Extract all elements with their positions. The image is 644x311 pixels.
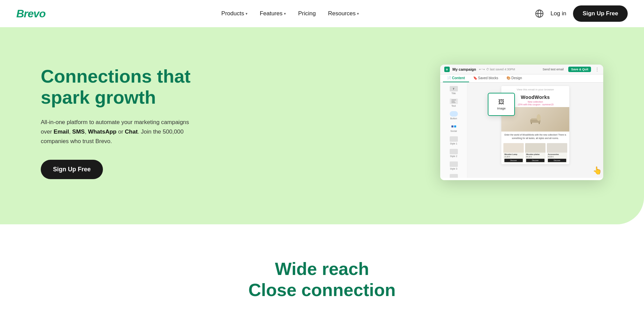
- sidebar-item-style3[interactable]: Style 3: [442, 160, 466, 171]
- section2-heading: Wide reach Close connection: [16, 258, 628, 301]
- overlay-label: Image: [497, 107, 505, 110]
- hero-left: Connections that spark growth All-in-one…: [41, 66, 217, 179]
- mock-brevo-logo: B: [444, 67, 450, 72]
- nav-label-pricing: Pricing: [298, 10, 316, 17]
- hero-right: B My campaign ↩ ↪ ⏱ last saved 4:30PM Se…: [217, 65, 603, 180]
- mock-email-products: Wooden Lamp 21,90 € Discover Wooden plat…: [501, 142, 569, 164]
- image-icon: 🖼: [498, 99, 504, 106]
- chevron-down-icon: ▾: [246, 12, 248, 16]
- nav-label-features: Features: [260, 10, 283, 17]
- nav-right: Log in Sign Up Free: [535, 5, 628, 22]
- mock-tab-design[interactable]: 🎨 Design: [502, 74, 526, 82]
- mock-save-quit[interactable]: Save & Quit: [568, 67, 591, 72]
- nav-item-products[interactable]: Products ▾: [221, 10, 248, 17]
- svg-rect-5: [451, 102, 455, 103]
- brand-logo[interactable]: Brevo: [16, 7, 46, 20]
- mock-image-overlay[interactable]: 🖼 Image: [488, 93, 515, 116]
- section2: Wide reach Close connection: [0, 224, 644, 311]
- svg-rect-3: [451, 100, 456, 100]
- nav-links: Products ▾ Features ▾ Pricing Resources …: [221, 10, 359, 17]
- hero-heading: Connections that spark growth: [41, 66, 217, 108]
- mock-canvas: 🖼 Image 👆 View this email in your browse…: [467, 83, 603, 178]
- mock-body: T Title Text Button: [440, 83, 603, 178]
- sidebar-item-button[interactable]: Button: [442, 110, 466, 121]
- chevron-down-icon: ▾: [284, 12, 286, 16]
- svg-rect-8: [531, 122, 532, 124]
- sidebar-item-social[interactable]: Social: [442, 122, 466, 134]
- hero-subtext: All-in-one platform to automate your mar…: [41, 118, 197, 146]
- mock-topbar: B My campaign ↩ ↪ ⏱ last saved 4:30PM Se…: [440, 65, 603, 74]
- mock-tab-savedblocks[interactable]: 🔖 Saved blocks: [469, 74, 502, 82]
- signup-button-nav[interactable]: Sign Up Free: [573, 5, 628, 22]
- mock-email-body: Enter the world of WoodWorks with the ne…: [501, 132, 569, 142]
- cursor-icon: 👆: [593, 166, 602, 175]
- svg-rect-4: [451, 101, 455, 102]
- mock-product-2: Wooden platter 84,00 € Discover: [525, 143, 545, 163]
- nav-label-products: Products: [221, 10, 244, 17]
- svg-rect-9: [539, 122, 540, 124]
- sidebar-item-header[interactable]: Header: [442, 173, 466, 178]
- sidebar-item-style1[interactable]: Style 1: [442, 135, 466, 146]
- mock-sidebar: T Title Text Button: [440, 83, 467, 178]
- mock-email-header: View this email in your browser: [501, 86, 569, 93]
- mock-more-icon[interactable]: ⋮: [595, 67, 599, 72]
- mock-tab-content[interactable]: 📄 Content: [443, 74, 469, 82]
- mock-tabs: 📄 Content 🔖 Saved blocks 🎨 Design: [440, 74, 603, 83]
- svg-point-10: [537, 114, 541, 121]
- sidebar-item-style2[interactable]: Style 2: [442, 148, 466, 159]
- mock-saved-status: ↩ ↪ ⏱ last saved 4:30PM: [479, 68, 515, 71]
- mock-send-test[interactable]: Send test email: [542, 68, 564, 71]
- navbar: Brevo Products ▾ Features ▾ Pricing Reso…: [0, 0, 644, 27]
- mock-product-1: Wooden Lamp 21,90 € Discover: [503, 143, 524, 163]
- hero-section: Connections that spark growth All-in-one…: [0, 27, 644, 224]
- nav-label-resources: Resources: [328, 10, 356, 17]
- nav-item-features[interactable]: Features ▾: [260, 10, 286, 17]
- nav-item-pricing[interactable]: Pricing: [298, 10, 316, 17]
- mock-product-3: Accessories 55,80 € Discover: [547, 143, 567, 163]
- chevron-down-icon: ▾: [357, 12, 359, 16]
- globe-icon[interactable]: [535, 9, 544, 18]
- login-button[interactable]: Log in: [551, 10, 566, 17]
- mock-ui: B My campaign ↩ ↪ ⏱ last saved 4:30PM Se…: [440, 65, 603, 180]
- sidebar-item-text[interactable]: Text: [442, 97, 466, 108]
- signup-button-hero[interactable]: Sign Up Free: [41, 160, 103, 179]
- mock-campaign-title: My campaign: [452, 67, 476, 71]
- sidebar-item-title[interactable]: T Title: [442, 85, 466, 96]
- nav-item-resources[interactable]: Resources ▾: [328, 10, 359, 17]
